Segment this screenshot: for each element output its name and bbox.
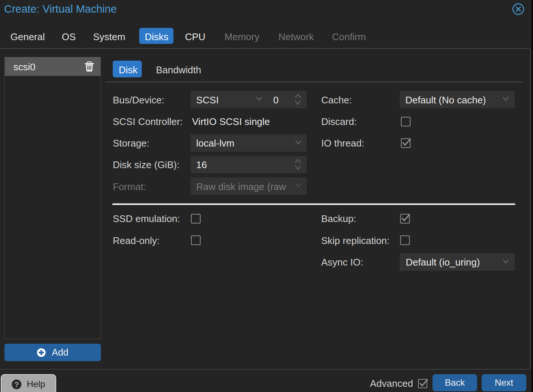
svg-text:?: ? [14, 380, 19, 388]
